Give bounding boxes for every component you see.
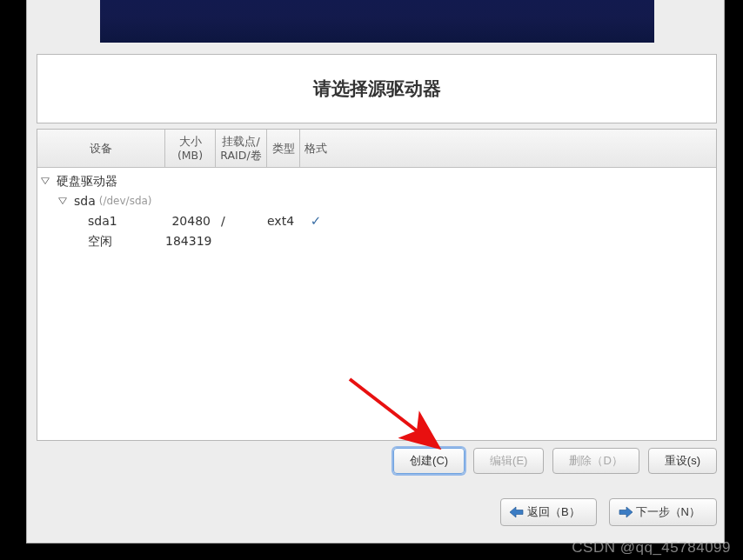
- table-body: ▽ 硬盘驱动器 ▽ sda (/dev/sda) sda1 20480 / ex…: [37, 168, 716, 251]
- action-buttons: 创建(C) 编辑(E) 删除（D） 重设(s): [37, 448, 717, 477]
- col-mount[interactable]: 挂载点/ RAID/卷: [216, 130, 267, 167]
- create-button[interactable]: 创建(C): [393, 448, 465, 474]
- checkmark-icon: ✓: [311, 211, 322, 231]
- tree-row-disk[interactable]: ▽ sda (/dev/sda): [37, 191, 716, 211]
- disk-path: (/dev/sda): [99, 191, 152, 211]
- root-label: 硬盘驱动器: [57, 171, 117, 191]
- partition-name: sda1: [88, 211, 117, 231]
- col-size[interactable]: 大小 (MB): [165, 130, 216, 167]
- back-button[interactable]: 返回（B）: [500, 498, 597, 526]
- next-button[interactable]: 下一步（N）: [609, 498, 717, 526]
- partition-mount: /: [216, 211, 267, 231]
- table-header: 设备 大小 (MB) 挂载点/ RAID/卷 类型 格式: [37, 130, 716, 168]
- title-panel: 请选择源驱动器: [37, 54, 717, 123]
- edit-button[interactable]: 编辑(E): [473, 448, 544, 474]
- table-row[interactable]: sda1 20480 / ext4 ✓: [37, 211, 716, 231]
- nav-buttons: 返回（B） 下一步（N）: [37, 498, 717, 529]
- arrow-right-icon: [619, 506, 633, 518]
- arrow-left-icon: [510, 506, 524, 518]
- next-label: 下一步（N）: [636, 504, 700, 520]
- col-type[interactable]: 类型: [267, 130, 300, 167]
- dialog-title: 请选择源驱动器: [313, 77, 441, 101]
- partition-type: ext4: [267, 211, 300, 231]
- dialog-window: 请选择源驱动器 设备 大小 (MB) 挂载点/ RAID/卷 类型 格式 ▽ 硬…: [26, 0, 725, 543]
- back-label: 返回（B）: [527, 504, 580, 520]
- watermark: CSDN @qq_45784099: [572, 539, 731, 557]
- expand-toggle-icon[interactable]: ▽: [40, 170, 51, 190]
- device-table: 设备 大小 (MB) 挂载点/ RAID/卷 类型 格式 ▽ 硬盘驱动器 ▽ s…: [37, 129, 717, 441]
- svg-marker-0: [510, 507, 523, 517]
- partition-size: 184319: [165, 231, 216, 251]
- top-banner: [100, 0, 654, 43]
- partition-size: 20480: [165, 211, 216, 231]
- partition-format: ✓: [300, 211, 331, 231]
- table-row[interactable]: 空闲 184319: [37, 231, 716, 251]
- reset-button[interactable]: 重设(s): [648, 448, 717, 474]
- partition-name: 空闲: [88, 231, 112, 251]
- delete-button[interactable]: 删除（D）: [552, 448, 639, 474]
- tree-row-root[interactable]: ▽ 硬盘驱动器: [37, 171, 716, 191]
- col-format[interactable]: 格式: [300, 130, 331, 167]
- expand-toggle-icon[interactable]: ▽: [57, 190, 69, 210]
- disk-name: sda: [74, 191, 96, 211]
- col-device[interactable]: 设备: [37, 130, 165, 167]
- svg-marker-1: [619, 507, 633, 517]
